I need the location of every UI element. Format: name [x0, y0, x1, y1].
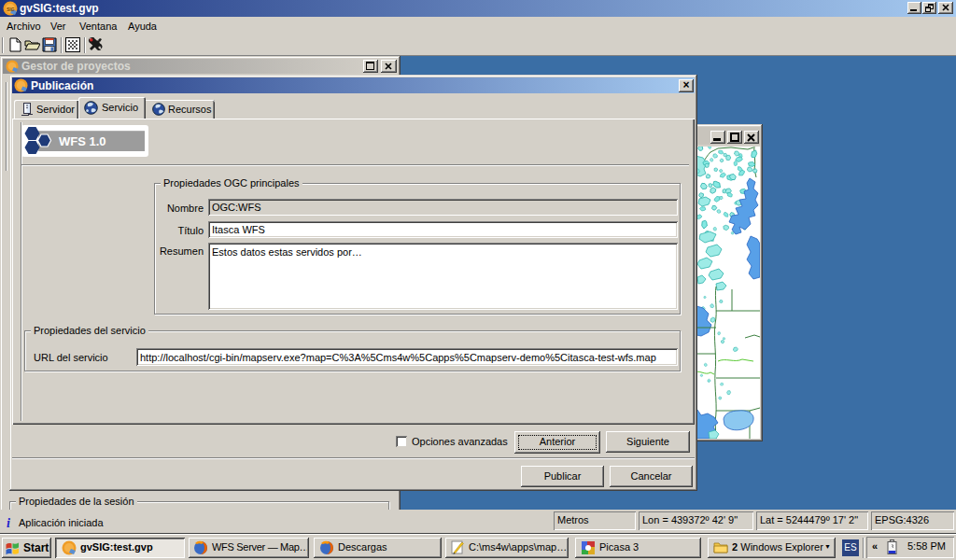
svg-text:SIG: SIG: [7, 7, 15, 12]
